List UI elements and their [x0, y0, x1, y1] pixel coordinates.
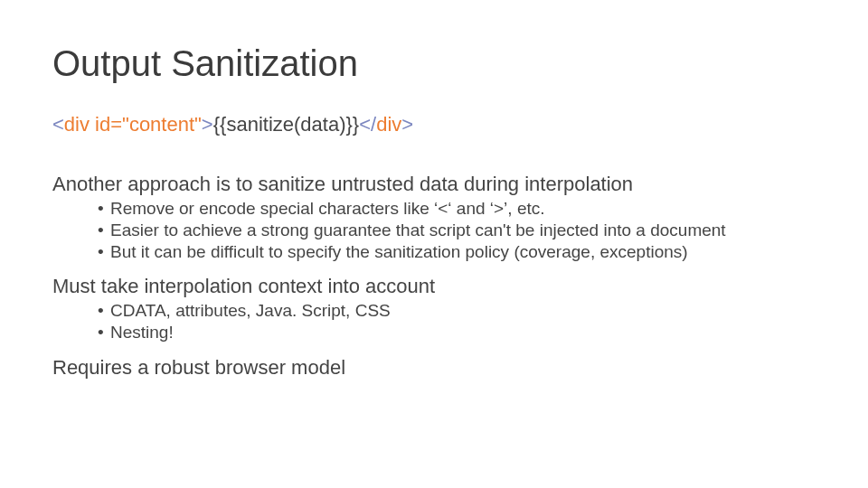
code-attr: id="content" [90, 113, 202, 136]
code-open-gt: > [202, 113, 213, 136]
code-tag-div: div [64, 113, 90, 136]
list-item: CDATA, attributes, Java. Script, CSS [98, 300, 816, 322]
list-item: Remove or encode special characters like… [98, 198, 816, 220]
slide-container: Output Sanitization <div id="content">{{… [0, 0, 868, 418]
code-close-lt: </ [359, 113, 376, 136]
bullet-list-1: Remove or encode special characters like… [52, 198, 816, 262]
code-close-tag: div [376, 113, 401, 136]
code-inner: {{sanitize(data)}} [213, 113, 359, 136]
code-example: <div id="content">{{sanitize(data)}}</di… [52, 113, 816, 136]
list-item: Nesting! [98, 322, 816, 343]
slide-title: Output Sanitization [52, 43, 816, 84]
section-heading-2: Must take interpolation context into acc… [52, 275, 816, 298]
code-close-gt: > [401, 113, 413, 136]
list-item: Easier to achieve a strong guarantee tha… [98, 220, 816, 241]
section-heading-1: Another approach is to sanitize untruste… [52, 173, 816, 196]
section-heading-3: Requires a robust browser model [52, 356, 816, 380]
list-item: But it can be difficult to specify the s… [98, 241, 816, 263]
bullet-list-2: CDATA, attributes, Java. Script, CSS Nes… [52, 300, 816, 343]
code-open-lt: < [52, 113, 64, 136]
